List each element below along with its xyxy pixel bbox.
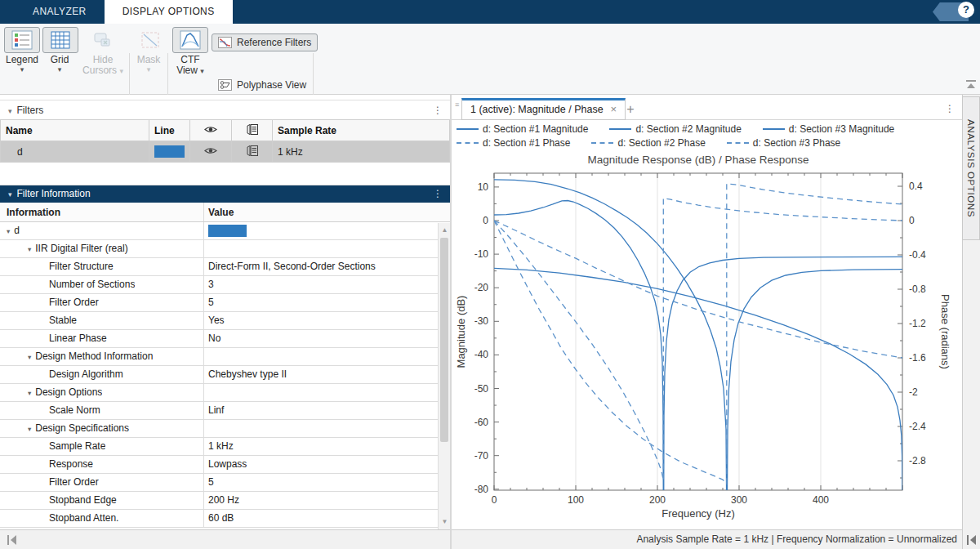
- info-row[interactable]: Number of Sections3: [0, 276, 450, 294]
- collapse-left-panel-icon[interactable]: [7, 534, 18, 546]
- filter-line-swatch[interactable]: [154, 145, 185, 158]
- tree-collapse-icon[interactable]: ▾: [28, 389, 31, 397]
- info-row[interactable]: Linear PhaseNo: [0, 330, 450, 348]
- tree-collapse-icon[interactable]: ▾: [28, 425, 31, 433]
- grid-button[interactable]: Grid ▾: [42, 27, 77, 74]
- tab-analyzer[interactable]: ANALYZER: [15, 0, 105, 24]
- collapse-options-icon[interactable]: [964, 78, 978, 90]
- info-row[interactable]: StableYes: [0, 312, 450, 330]
- new-display-button[interactable]: +: [621, 101, 639, 118]
- filter-info-header[interactable]: ▾Filter Information ⋮: [0, 185, 450, 203]
- hide-cursors-label1: Hide: [93, 54, 114, 65]
- info-row-value: 60 dB: [208, 510, 437, 528]
- filters-panel-header[interactable]: ▾Filters ⋮: [0, 100, 450, 119]
- filter-info-menu-icon[interactable]: ⋮: [432, 185, 443, 203]
- info-row-value: [208, 384, 437, 402]
- analysis-status-text: Analysis Sample Rate = 1 kHz | Frequency…: [636, 533, 957, 545]
- ctf-view-button[interactable]: CTF View ▾: [172, 27, 209, 76]
- analysis-options-tab[interactable]: ANALYSIS OPTIONS: [962, 96, 980, 240]
- info-row[interactable]: Scale NormLinf: [0, 402, 450, 420]
- mask-button: Mask ▾: [132, 27, 165, 74]
- scroll-down-icon[interactable]: ▼: [439, 516, 451, 528]
- info-row-value: Linf: [208, 402, 437, 420]
- col-line[interactable]: Line: [149, 120, 190, 141]
- legend-item[interactable]: d: Section #1 Magnitude: [457, 123, 588, 135]
- info-row[interactable]: ▾Design Method Information: [0, 348, 450, 366]
- info-row[interactable]: ▾Design Specifications: [0, 420, 450, 438]
- info-row[interactable]: Design AlgorithmChebyshev type II: [0, 366, 450, 384]
- solid-line-sample: [763, 128, 785, 130]
- reference-filters-icon: [218, 37, 232, 48]
- info-row-label: ▾d: [0, 222, 20, 240]
- info-row-label: ▾Design Specifications: [0, 420, 129, 438]
- col-sample-rate[interactable]: Sample Rate: [273, 120, 450, 141]
- scroll-up-icon[interactable]: ▲: [439, 225, 451, 236]
- filter-info-toggle[interactable]: [232, 141, 273, 163]
- legend-item[interactable]: d: Section #2 Magnitude: [609, 123, 741, 135]
- svg-text:100: 100: [568, 494, 584, 506]
- restore-panel-icon[interactable]: [966, 534, 978, 546]
- tree-collapse-icon[interactable]: ▾: [28, 353, 31, 361]
- legend-item[interactable]: d: Section #3 Magnitude: [763, 123, 894, 135]
- col-info[interactable]: [232, 120, 273, 141]
- info-row[interactable]: Stopband Edge200 Hz: [0, 492, 450, 510]
- info-row[interactable]: Filter Order5: [0, 294, 450, 312]
- svg-text:Frequency (Hz): Frequency (Hz): [662, 507, 735, 520]
- filter-info-collapse-icon[interactable]: ▾: [8, 190, 12, 199]
- info-row[interactable]: ▾Design Options: [0, 384, 450, 402]
- legend-item[interactable]: d: Section #1 Phase: [457, 137, 570, 149]
- info-row[interactable]: ▾d: [0, 222, 450, 240]
- reference-filters-button[interactable]: Reference Filters: [212, 33, 318, 51]
- legend-item[interactable]: d: Section #3 Phase: [727, 137, 840, 149]
- hide-cursors-icon: [92, 30, 114, 50]
- panel-grip-icon[interactable]: ≡: [455, 103, 461, 114]
- tree-collapse-icon[interactable]: ▾: [7, 227, 10, 235]
- ctf-view-icon: [180, 30, 201, 50]
- info-row-value: No: [208, 330, 437, 348]
- legend-item-label: d: Section #2 Phase: [617, 137, 705, 149]
- svg-text:-20: -20: [474, 282, 489, 293]
- info-row[interactable]: Sample Rate1 kHz: [0, 438, 450, 456]
- filters-menu-icon[interactable]: ⋮: [432, 100, 443, 120]
- info-row[interactable]: ResponseLowpass: [0, 456, 450, 474]
- info-row[interactable]: ▾IIR Digital Filter (real): [0, 240, 450, 258]
- display-tab-1[interactable]: 1 (active): Magnitude / Phase×: [461, 98, 626, 120]
- info-row[interactable]: Stopband Atten.60 dB: [0, 510, 450, 528]
- polyphase-view-button[interactable]: Polyphase View: [212, 76, 313, 94]
- filters-collapse-icon[interactable]: ▾: [8, 107, 12, 115]
- filters-empty-area: [0, 163, 450, 185]
- info-row-value: Yes: [208, 312, 437, 330]
- svg-text:-80: -80: [474, 484, 489, 495]
- tree-collapse-icon[interactable]: ▾: [28, 245, 31, 253]
- scrollbar-thumb[interactable]: [440, 238, 448, 442]
- filter-info-title: Filter Information: [17, 188, 91, 199]
- col-name[interactable]: Name: [1, 120, 149, 141]
- legend-item-label: d: Section #1 Magnitude: [483, 123, 588, 135]
- col-value[interactable]: Value: [208, 203, 234, 222]
- legend-row-magnitude: d: Section #1 Magnituded: Section #2 Mag…: [457, 122, 915, 136]
- dashed-line-sample: [591, 142, 613, 144]
- tab-close-icon[interactable]: ×: [611, 103, 617, 115]
- dashed-line-sample: [457, 142, 479, 144]
- svg-text:Phase (radians): Phase (radians): [939, 294, 951, 369]
- svg-text:-70: -70: [474, 450, 489, 462]
- legend-button[interactable]: Legend ▾: [3, 27, 41, 74]
- info-row-value: 200 Hz: [208, 492, 437, 510]
- legend-item-label: d: Section #3 Phase: [753, 137, 840, 149]
- filter-info-columns: Information Value: [0, 203, 450, 222]
- info-row[interactable]: Filter StructureDirect-Form II, Second-O…: [0, 258, 450, 276]
- info-row[interactable]: Filter Order5: [0, 474, 450, 492]
- magnitude-phase-chart: 0100200300400100-10-20-30-40-50-60-70-80…: [452, 148, 962, 529]
- col-information[interactable]: Information: [7, 203, 60, 222]
- legend-item[interactable]: d: Section #2 Phase: [591, 137, 705, 149]
- help-button[interactable]: ?: [958, 2, 974, 18]
- tab-display-options[interactable]: DISPLAY OPTIONS: [105, 0, 233, 24]
- display-menu-icon[interactable]: ⋮: [944, 98, 956, 120]
- filter-info-scrollbar[interactable]: ▲ ▼: [438, 223, 450, 529]
- col-visibility[interactable]: [190, 120, 232, 141]
- filter-visibility-toggle[interactable]: [190, 141, 232, 163]
- info-row-label: Stopband Atten.: [0, 510, 118, 528]
- svg-text:200: 200: [649, 494, 666, 506]
- filter-row-d[interactable]: d 1 kHz: [1, 141, 450, 163]
- grid-label: Grid: [42, 55, 77, 65]
